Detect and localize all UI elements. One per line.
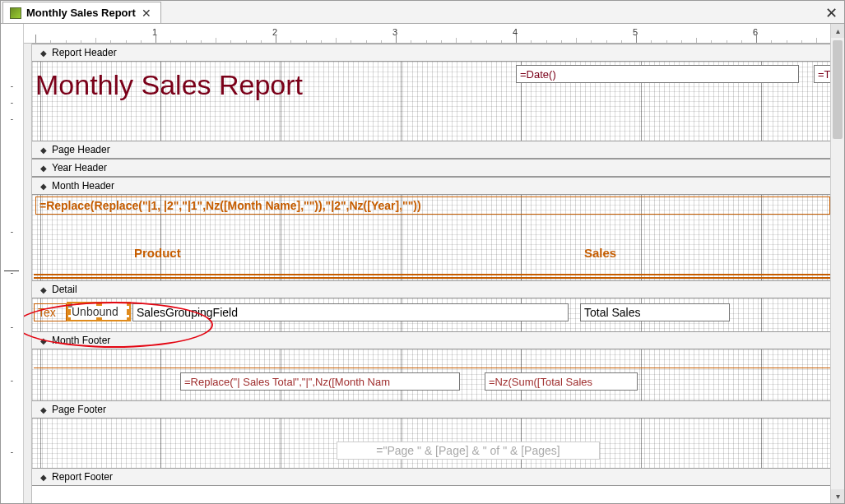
- column-header-sales[interactable]: Sales: [581, 246, 620, 260]
- section-bar-label: Report Footer: [52, 471, 113, 483]
- section-bar-month-header[interactable]: ◆ Month Header: [32, 177, 844, 195]
- vruler-tick: [1, 447, 23, 456]
- design-canvas[interactable]: ◆ Report Header Monthly Sales Report =Da…: [24, 44, 844, 503]
- document-tab[interactable]: Monthly Sales Report ✕: [2, 2, 161, 23]
- section-bar-label: Page Footer: [52, 404, 106, 415]
- section-bar-label: Month Footer: [52, 335, 110, 346]
- resize-handle[interactable]: [127, 317, 131, 321]
- close-pane-icon[interactable]: ✕: [825, 4, 838, 22]
- unbound-textbox-selected[interactable]: Unbound: [67, 302, 131, 321]
- section-bar-label: Year Header: [52, 162, 107, 173]
- resize-handle[interactable]: [127, 302, 131, 306]
- unbound-textbox-value: Unbound: [72, 305, 118, 318]
- section-marker-icon: ◆: [40, 336, 47, 345]
- vruler-tick: [1, 322, 23, 331]
- divider-line: [34, 368, 841, 368]
- section-bar-page-header[interactable]: ◆ Page Header: [32, 141, 844, 159]
- close-tab-icon[interactable]: ✕: [141, 7, 152, 20]
- section-bar-year-header[interactable]: ◆ Year Header: [32, 159, 844, 177]
- section-bar-page-footer[interactable]: ◆ Page Footer: [32, 400, 844, 418]
- section-bar-label: Page Header: [52, 144, 110, 155]
- horizontal-ruler: // draw ruler tick lines document.addEve…: [24, 24, 844, 44]
- scroll-up-icon[interactable]: ▴: [831, 24, 844, 38]
- section-marker-icon: ◆: [40, 285, 47, 294]
- section-bar-label: Report Header: [52, 47, 117, 58]
- resize-handle[interactable]: [127, 309, 131, 315]
- vertical-ruler: [1, 24, 24, 503]
- section-bar-report-footer[interactable]: ◆ Report Footer: [32, 468, 844, 486]
- resize-handle[interactable]: [96, 317, 102, 321]
- month-sales-total-expression[interactable]: =Replace("| Sales Total","|",Nz([Month N…: [180, 372, 460, 391]
- page-number-expression[interactable]: ="Page " & [Page] & " of " & [Pages]: [337, 442, 600, 460]
- vertical-scrollbar[interactable]: ▴ ▾: [830, 24, 844, 503]
- section-marker-icon: ◆: [40, 164, 47, 173]
- section-bar-label: Month Header: [52, 180, 114, 192]
- section-marker-icon: ◆: [40, 473, 47, 482]
- resize-handle[interactable]: [96, 302, 102, 306]
- section-body-month-footer[interactable]: =Replace("| Sales Total","|",Nz([Month N…: [32, 349, 844, 400]
- app-frame: Monthly Sales Report ✕ ✕ // draw ruler t…: [0, 0, 845, 504]
- vruler-mark: [4, 270, 19, 271]
- section-bar-report-header[interactable]: ◆ Report Header: [32, 44, 844, 62]
- resize-handle[interactable]: [67, 302, 71, 306]
- section-body-month-header[interactable]: =Replace(Replace("|1, |2","|1",Nz([Month…: [32, 195, 844, 280]
- scroll-thumb[interactable]: [833, 40, 843, 139]
- resize-handle[interactable]: [67, 309, 71, 315]
- month-year-group-expression[interactable]: =Replace(Replace("|1, |2","|1",Nz([Month…: [35, 197, 830, 215]
- vruler-tick: [1, 98, 23, 107]
- report-icon: [10, 7, 21, 19]
- resize-handle[interactable]: [67, 317, 71, 321]
- section-body-page-footer[interactable]: ="Page " & [Page] & " of " & [Pages]: [32, 418, 844, 468]
- vruler-tick: [1, 376, 23, 385]
- workspace: // draw ruler tick lines document.addEve…: [1, 24, 844, 503]
- date-textbox[interactable]: =Date(): [516, 65, 799, 83]
- vruler-tick: [1, 227, 23, 236]
- detail-label-truncated[interactable]: Tex: [34, 303, 67, 321]
- section-marker-icon: ◆: [40, 146, 47, 155]
- report-title-label[interactable]: Monthly Sales Report: [35, 67, 303, 103]
- section-bar-detail[interactable]: ◆ Detail: [32, 280, 844, 298]
- vruler-tick: [1, 81, 23, 90]
- section-bar-month-footer[interactable]: ◆ Month Footer: [32, 331, 844, 349]
- design-surface-scroll: // draw ruler tick lines document.addEve…: [24, 24, 844, 503]
- tab-bar: Monthly Sales Report ✕: [1, 1, 844, 24]
- section-marker-icon: ◆: [40, 49, 47, 58]
- row-selector-gutter: [24, 44, 32, 503]
- tab-title: Monthly Sales Report: [26, 7, 136, 19]
- sum-total-sales-expression[interactable]: =Nz(Sum([Total Sales: [485, 372, 638, 391]
- section-body-report-header[interactable]: Monthly Sales Report =Date() =T: [32, 62, 844, 141]
- section-body-detail[interactable]: Tex Unbound SalesGroupingF: [32, 298, 844, 331]
- vruler-tick: [1, 268, 23, 277]
- section-bar-label: Detail: [52, 284, 77, 295]
- section-marker-icon: ◆: [40, 182, 47, 191]
- vruler-tick: [1, 114, 23, 123]
- section-marker-icon: ◆: [40, 405, 47, 414]
- column-header-product[interactable]: Product: [131, 246, 184, 260]
- salesgroupingfield-textbox[interactable]: SalesGroupingField: [132, 303, 569, 321]
- divider-line: [34, 274, 841, 279]
- total-sales-textbox[interactable]: Total Sales: [580, 303, 730, 321]
- scroll-down-icon[interactable]: ▾: [831, 489, 844, 503]
